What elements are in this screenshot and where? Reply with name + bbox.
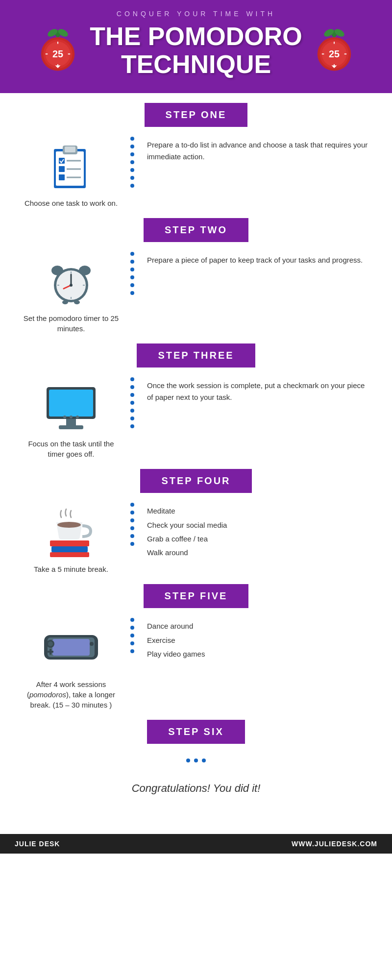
step-five-list: Dance aroundExercisePlay video games (137, 615, 377, 667)
svg-rect-50 (59, 425, 83, 429)
svg-rect-57 (50, 552, 89, 557)
step-one-header: STEP ONE (15, 103, 377, 127)
step-five-badge: STEP FIVE (144, 584, 249, 608)
step-one-body: Choose one task to work on. Prepare a to… (15, 134, 377, 213)
step-four-divider (127, 500, 137, 546)
step-five-caption: After 4 work sessions (pomodoros), take … (20, 679, 122, 710)
step-four-section: STEP FOUR (15, 469, 377, 579)
content-area: STEP ONE (0, 93, 392, 834)
gamepad-icon (42, 630, 100, 664)
step-two-left: Set the pomodoro timer to 25 minutes. (15, 249, 127, 339)
monitor-icon (44, 382, 98, 431)
list-item: Grab a coffee / tea (147, 533, 370, 544)
step-five-icon (42, 620, 100, 674)
step-two-divider (127, 249, 137, 295)
clipboard-icon (49, 142, 93, 191)
svg-point-52 (70, 416, 73, 418)
step-two-section: STEP TWO (15, 218, 377, 339)
tomato-left-icon: 25 (36, 28, 80, 73)
step-five-left: After 4 work sessions (pomodoros), take … (15, 615, 127, 715)
step-three-caption: Focus on the task until the timer goes o… (20, 439, 122, 459)
step-five-section: STEP FIVE (15, 584, 377, 715)
svg-rect-49 (66, 419, 76, 426)
header-subtitle: CONQUER YOUR TIME WITH (20, 10, 372, 18)
step-one-description: Prepare a to-do list in advance and choo… (137, 134, 377, 167)
svg-rect-30 (59, 166, 65, 172)
svg-rect-32 (59, 174, 65, 180)
header: CONQUER YOUR TIME WITH 25 THE POMODORO (0, 0, 392, 93)
step-two-caption: Set the pomodoro timer to 25 minutes. (20, 313, 122, 334)
step-four-body: Take a 5 minute break. MeditateCheck you… (15, 500, 377, 579)
footer-right: WWW.JULIEDESK.COM (292, 840, 377, 848)
svg-rect-48 (49, 390, 93, 416)
svg-text:25: 25 (329, 49, 340, 59)
svg-point-45 (62, 300, 68, 304)
step-six-header: STEP SIX (15, 720, 377, 744)
step-four-icon (42, 505, 100, 559)
tomato-right-icon: 25 (312, 28, 356, 73)
step-two-icon (42, 254, 100, 308)
step-three-description: Once the work session is complete, put a… (137, 375, 377, 408)
svg-point-46 (74, 300, 80, 304)
svg-rect-60 (52, 639, 90, 656)
step-four-badge: STEP FOUR (140, 469, 251, 493)
svg-rect-56 (51, 546, 88, 552)
step-four-list: MeditateCheck your social mediaGrab a co… (137, 500, 377, 565)
coffee-icon (44, 505, 98, 559)
svg-point-40 (70, 284, 73, 287)
step-one-caption: Choose one task to work on. (24, 198, 118, 208)
step-one-left: Choose one task to work on. (15, 134, 127, 213)
list-item: Meditate (147, 505, 370, 516)
step-five-divider (127, 615, 137, 653)
svg-rect-55 (50, 540, 89, 546)
step-one-section: STEP ONE (15, 103, 377, 213)
congratulations-text: Congratulations! You did it! (15, 767, 377, 814)
step-five-header: STEP FIVE (15, 584, 377, 608)
step-three-header: STEP THREE (15, 343, 377, 368)
step-six-dots (15, 751, 377, 762)
step-three-divider (127, 375, 137, 428)
alarm-clock-icon (47, 257, 96, 306)
step-three-section: STEP THREE (15, 343, 377, 464)
step-one-divider (127, 134, 137, 188)
header-inner: 25 THE POMODORO TECHNIQUE 25 (20, 23, 372, 78)
svg-text:25: 25 (52, 49, 63, 59)
step-four-left: Take a 5 minute break. (15, 500, 127, 579)
list-item: Play video games (147, 648, 370, 660)
svg-rect-27 (65, 147, 75, 152)
step-six-badge: STEP SIX (147, 720, 245, 744)
header-title: THE POMODORO TECHNIQUE (90, 23, 302, 78)
step-six-section: STEP SIX (15, 720, 377, 762)
svg-point-63 (90, 642, 94, 646)
list-item: Walk around (147, 547, 370, 558)
step-three-body: Focus on the task until the timer goes o… (15, 375, 377, 464)
footer: JULIE DESK WWW.JULIEDESK.COM (0, 834, 392, 854)
svg-point-51 (63, 416, 66, 418)
list-item: Dance around (147, 620, 370, 632)
svg-point-62 (48, 641, 53, 646)
step-two-body: Set the pomodoro timer to 25 minutes. Pr… (15, 249, 377, 339)
step-three-badge: STEP THREE (137, 343, 255, 368)
svg-point-53 (76, 416, 79, 418)
footer-left: JULIE DESK (15, 840, 60, 848)
step-three-icon (42, 380, 100, 434)
step-two-badge: STEP TWO (144, 218, 248, 242)
list-item: Check your social media (147, 519, 370, 531)
step-one-badge: STEP ONE (145, 103, 248, 127)
step-two-header: STEP TWO (15, 218, 377, 242)
list-item: Exercise (147, 635, 370, 646)
svg-rect-65 (49, 649, 51, 655)
svg-point-54 (57, 522, 81, 528)
step-three-left: Focus on the task until the timer goes o… (15, 375, 127, 464)
step-one-icon (42, 139, 100, 193)
step-two-description: Prepare a piece of paper to keep track o… (137, 249, 377, 270)
step-five-body: After 4 work sessions (pomodoros), take … (15, 615, 377, 715)
step-four-header: STEP FOUR (15, 469, 377, 493)
step-four-caption: Take a 5 minute break. (34, 564, 108, 574)
